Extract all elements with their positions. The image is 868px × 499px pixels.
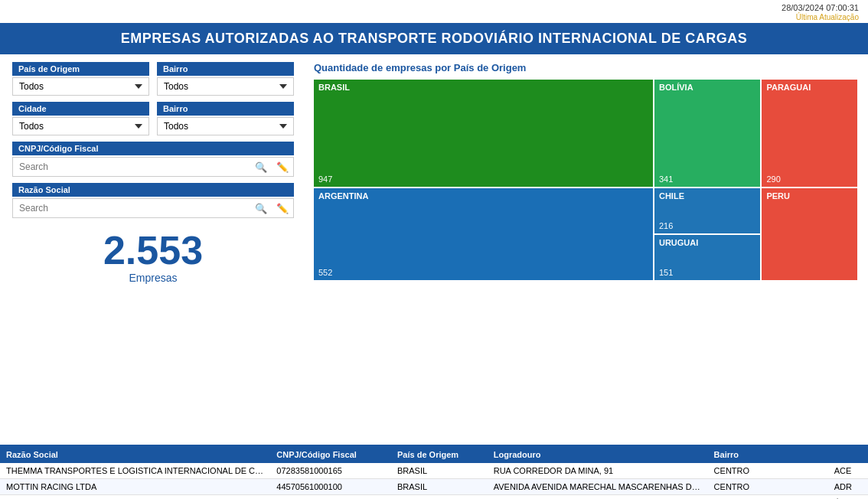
treemap-bottom-row: ARGENTINA 552 CHILE 216 URUGUAI 151 PERU (314, 188, 857, 280)
razao-search-wrap: 🔍 ✏️ (12, 198, 294, 218)
treemap: BRASIL 947 BOLÍVIA 341 PARAGUAI 290 ARGE… (314, 80, 857, 286)
chart-title: Quantidade de empresas por País de Orige… (314, 62, 857, 73)
table-cell: ACE (828, 463, 868, 479)
table-cell: MOTTIN RACING LTDA (0, 479, 270, 495)
left-panel: País de Origem Todos Bairro Todos Cidade… (0, 54, 306, 445)
empresa-count: 2.553 (12, 230, 294, 270)
table-cell: ÁGU (828, 495, 868, 500)
filter-row-1: País de Origem Todos Bairro Todos (12, 62, 294, 96)
table-cell: AVENIDA AVENIDA MARECHAL MASCARENHAS DE … (488, 479, 708, 495)
razao-clear-icon[interactable]: ✏️ (272, 203, 293, 214)
table-cell: RUA CORREDOR DA MINA, 91 (488, 463, 708, 479)
brasil-value: 947 (318, 174, 332, 184)
bairro2-label: Bairro (157, 102, 294, 116)
table-row: MOTTIN RACING LTDA44570561000100BRASILAV… (0, 479, 868, 495)
big-number-area: 2.553 Empresas (12, 224, 294, 287)
pais-origem-label: País de Origem (12, 62, 149, 76)
razao-search-input[interactable] (13, 199, 250, 217)
table-row: THEMMA TRANSPORTES E LOGISTICA INTERNACI… (0, 463, 868, 479)
cidade-select[interactable]: Todos (12, 117, 149, 135)
treemap-uruguai[interactable]: URUGUAI 151 (654, 235, 760, 280)
table-cell: ADR (828, 479, 868, 495)
table-body: THEMMA TRANSPORTES E LOGISTICA INTERNACI… (0, 463, 868, 499)
bairro-label: Bairro (157, 62, 294, 76)
empresa-label: Empresas (12, 272, 294, 284)
table-cell: CENTRO (708, 463, 828, 479)
last-update-label: Última Atualização (796, 13, 859, 21)
treemap-argentina[interactable]: ARGENTINA 552 (314, 188, 653, 280)
paraguai-label: PARAGUAI (766, 83, 811, 92)
table-cell: 44570561000100 (270, 479, 391, 495)
col-extra-header (828, 446, 868, 463)
top-bar: 28/03/2024 07:00:31 Última Atualização (0, 0, 868, 23)
treemap-paraguai-top[interactable]: PARAGUAI 290 (762, 80, 857, 187)
cnpj-search-icon[interactable]: 🔍 (250, 161, 272, 173)
cidade-group: Cidade Todos (12, 102, 149, 135)
chile-value: 216 (659, 221, 673, 230)
paraguai-value: 290 (766, 174, 780, 184)
table-header: Razão Social CNPJ/Código Fiscal País de … (0, 446, 868, 463)
table-cell: BRASIL (391, 479, 488, 495)
col-logradouro-header: Logradouro (488, 446, 708, 463)
cnpj-clear-icon[interactable]: ✏️ (272, 161, 293, 173)
peru-label: PERU (766, 191, 790, 201)
razao-search-icon[interactable]: 🔍 (250, 203, 272, 214)
cnpj-search-group: CNPJ/Código Fiscal 🔍 ✏️ (12, 142, 294, 177)
right-panel: Quantidade de empresas por País de Orige… (306, 54, 868, 445)
treemap-peru[interactable]: PERU (762, 188, 857, 280)
col-bairro-header: Bairro (708, 446, 828, 463)
razao-label: Razão Social (12, 183, 294, 197)
uruguai-value: 151 (659, 268, 673, 277)
col-cnpj-header: CNPJ/Código Fiscal (270, 446, 391, 463)
bairro-group: Bairro Todos (157, 62, 294, 96)
pais-origem-select[interactable]: Todos (12, 77, 149, 96)
bairro2-group: Bairro Todos (157, 102, 294, 135)
pais-origem-group: País de Origem Todos (12, 62, 149, 96)
uruguai-label: URUGUAI (659, 238, 698, 247)
datetime-label: 28/03/2024 07:00:31 (782, 3, 859, 12)
bolivia-value: 341 (659, 174, 673, 184)
table-cell: 07283581000165 (270, 463, 391, 479)
chile-label: CHILE (659, 191, 684, 201)
bairro-select[interactable]: Todos (157, 77, 294, 96)
razao-search-group: Razão Social 🔍 ✏️ (12, 183, 294, 218)
table-cell: CENTRO (708, 479, 828, 495)
argentina-value: 552 (318, 268, 332, 277)
main-content: País de Origem Todos Bairro Todos Cidade… (0, 54, 868, 445)
cnpj-label: CNPJ/Código Fiscal (12, 142, 294, 155)
col-razao-header: Razão Social (0, 446, 270, 463)
treemap-chile[interactable]: CHILE 216 (654, 188, 760, 233)
cidade-label: Cidade (12, 102, 149, 116)
table-cell: CLADIL TRANSPORTES E SERVIÇOS LTDA - ME (0, 495, 270, 500)
bolivia-label: BOLÍVIA (659, 83, 693, 92)
table-section: Razão Social CNPJ/Código Fiscal País de … (0, 445, 868, 499)
table-cell: THEMMA TRANSPORTES E LOGISTICA INTERNACI… (0, 463, 270, 479)
treemap-brasil[interactable]: BRASIL 947 (314, 80, 653, 187)
table-cell: AVENIDA JOINVILLE 567 (488, 495, 708, 500)
brasil-label: BRASIL (318, 83, 350, 92)
cnpj-search-wrap: 🔍 ✏️ (12, 157, 294, 177)
table-cell: BRASIL (391, 495, 488, 500)
cnpj-search-input[interactable] (13, 158, 250, 176)
table-wrapper[interactable]: Razão Social CNPJ/Código Fiscal País de … (0, 446, 868, 499)
treemap-top-row: BRASIL 947 BOLÍVIA 341 PARAGUAI 290 (314, 80, 857, 187)
treemap-bolivia[interactable]: BOLÍVIA 341 (654, 80, 760, 187)
filter-row-2: Cidade Todos Bairro Todos (12, 102, 294, 135)
bairro2-select[interactable]: Todos (157, 117, 294, 135)
argentina-label: ARGENTINA (318, 191, 368, 201)
col-pais-header: País de Origem (391, 446, 488, 463)
table-row: CLADIL TRANSPORTES E SERVIÇOS LTDA - ME0… (0, 495, 868, 500)
treemap-chile-uruguai: CHILE 216 URUGUAI 151 (654, 188, 760, 280)
page-title: EMPRESAS AUTORIZADAS AO TRANSPORTE RODOV… (0, 23, 868, 54)
table-cell: 00765812000190 (270, 495, 391, 500)
table-cell: CENTRO (708, 495, 828, 500)
table-cell: BRASIL (391, 463, 488, 479)
data-table: Razão Social CNPJ/Código Fiscal País de … (0, 446, 868, 499)
